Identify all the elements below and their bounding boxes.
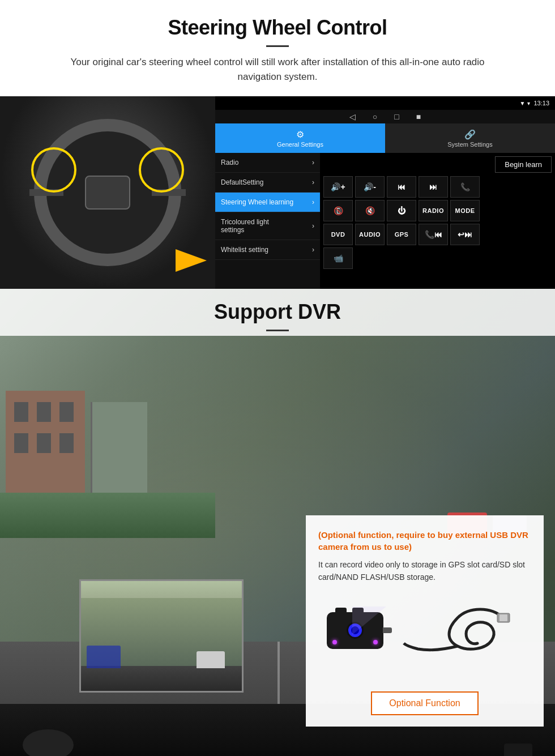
dvr-info-card: (Optional function, require to buy exter… [306,515,544,727]
statusbar-time: 13:13 [533,100,549,106]
ctrl-row-3: DVD AUDIO GPS 📞⏮ ↩⏭ [323,224,552,245]
steering-section: Steering Wheel Control Your original car… [0,0,555,289]
ctrl-mode[interactable]: MODE [450,200,480,221]
tab-system-label: System Settings [447,141,492,148]
sw-highlight-left [31,147,76,193]
menu-default-label: DefaultSetting [221,178,263,186]
optional-fn-container: Optional Function [318,691,531,715]
ctrl-next-track[interactable]: ⏭ [419,176,448,198]
sw-highlight-right [139,147,184,193]
building-left [6,391,85,504]
sw-hub [85,176,130,210]
gear-icon: ⚙ [296,129,304,140]
ctrl-phone[interactable]: 📞 [450,176,480,198]
dvr-content: Support DVR [0,289,555,336]
menu-default-chevron: › [312,178,314,186]
ctrl-radio[interactable]: RADIO [419,200,448,221]
ctrl-row-4: 📹 [323,247,552,269]
steering-wheel [34,119,181,266]
tab-system-settings[interactable]: 🔗 System Settings [385,123,555,153]
menu-radio-chevron: › [312,159,314,166]
controls-panel: Begin learn 🔊+ 🔊- ⏮ ⏭ 📞 📵 🔇 ⏻ [320,153,555,289]
steering-subtitle: Your original car's steering wheel contr… [51,55,504,84]
ctrl-dvd[interactable]: DVD [323,224,353,245]
arrow-shape [176,249,207,272]
tab-general-label: General Settings [277,141,323,148]
menu-item-steering[interactable]: Steering Wheel learning › [215,193,320,212]
ctrl-hangup[interactable]: 📵 [323,200,353,221]
android-statusbar: ▼ ▾ 13:13 [215,96,555,110]
svg-rect-1 [500,614,507,621]
building-center [91,402,147,504]
menu-controls: Radio › DefaultSetting › Steering Wheel … [215,153,555,289]
dvr-thumbnail [79,579,244,693]
tab-general-settings[interactable]: ⚙ General Settings [215,123,385,153]
wifi-icon: ▾ [527,100,530,106]
statusbar-icons: ▼ ▾ [520,100,531,106]
nav-menu[interactable]: ■ [416,112,421,121]
ctrl-call-prev[interactable]: 📞⏮ [419,224,448,245]
menu-whitelist-chevron: › [312,246,314,254]
nav-back[interactable]: ◁ [349,112,356,121]
android-nav: ◁ ○ □ ■ [215,110,555,123]
nav-recents[interactable]: □ [394,112,399,121]
dvr-section: Support DVR (Optional function, require … [0,289,555,756]
settings-tabs: ⚙ General Settings 🔗 System Settings [215,123,555,153]
ctrl-mute[interactable]: 🔇 [355,200,385,221]
begin-learn-button[interactable]: Begin learn [495,156,552,173]
menu-item-tricoloured[interactable]: Tricoloured lightsettings › [215,212,320,240]
ctrl-power[interactable]: ⏻ [387,200,416,221]
menu-item-whitelist[interactable]: Whitelist setting › [215,240,320,260]
ctrl-gps[interactable]: GPS [387,224,416,245]
buildings-area [0,357,555,538]
ctrl-dvr[interactable]: 📹 [323,247,353,269]
menu-tricoloured-label: Tricoloured lightsettings [221,218,269,234]
menu-whitelist-label: Whitelist setting [221,246,268,254]
steering-photo [0,96,215,289]
dvr-thumbnail-inner [81,581,242,691]
menu-steering-label: Steering Wheel learning [221,198,293,206]
steering-title: Steering Wheel Control [23,16,532,40]
hedge-left [0,493,215,538]
ctrl-prev-track[interactable]: ⏮ [387,176,416,198]
android-panel: ▼ ▾ 13:13 ◁ ○ □ ■ ⚙ General Settings 🔗 [215,96,555,289]
cable-svg [401,606,514,669]
dashboard-trim [504,744,532,756]
system-icon: 🔗 [464,129,476,140]
dvr-divider [266,330,289,331]
dvr-optional-text: (Optional function, require to buy exter… [318,529,531,553]
cable-coil [401,606,503,663]
ctrl-vol-minus[interactable]: 🔊- [355,176,385,198]
dvr-title: Support DVR [23,300,532,324]
menu-item-defaultsetting[interactable]: DefaultSetting › [215,173,320,193]
ctrl-row-2: 📵 🔇 ⏻ RADIO MODE [323,200,552,221]
sw-arrow [176,249,210,272]
optional-function-button[interactable]: Optional Function [371,691,478,715]
dvr-description: It can record video only to storage in G… [318,558,531,584]
menu-item-radio[interactable]: Radio › [215,153,320,173]
steering-demo-area: ▼ ▾ 13:13 ◁ ○ □ ■ ⚙ General Settings 🔗 [0,96,555,289]
menu-steering-chevron: › [312,198,314,206]
steering-header: Steering Wheel Control Your original car… [0,0,555,88]
begin-learn-row: Begin learn [323,156,552,173]
signal-icon: ▼ [520,100,526,106]
ctrl-audio[interactable]: AUDIO [355,224,385,245]
dvr-header: Support DVR [0,289,555,336]
title-divider [266,45,289,47]
dashboard-vent [23,729,74,756]
menu-radio-label: Radio [221,159,238,166]
ctrl-next-end[interactable]: ↩⏭ [450,224,480,245]
light-cone [352,606,386,635]
menu-list: Radio › DefaultSetting › Steering Wheel … [215,153,320,289]
ctrl-vol-plus[interactable]: 🔊+ [323,176,353,198]
nav-home[interactable]: ○ [373,112,377,121]
dvr-camera-illustration [318,595,531,686]
menu-tricoloured-chevron: › [312,222,314,230]
ctrl-row-1: 🔊+ 🔊- ⏮ ⏭ 📞 [323,176,552,198]
